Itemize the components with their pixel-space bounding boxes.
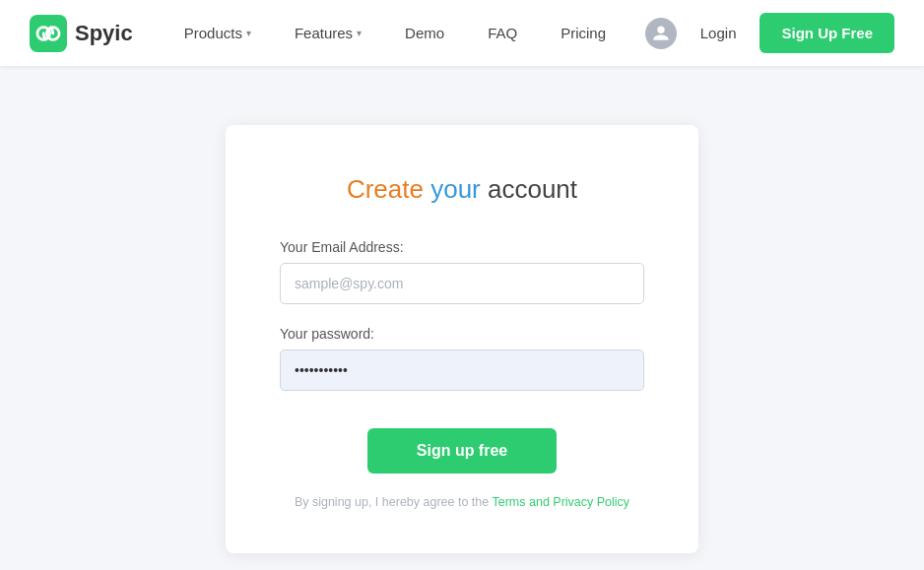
password-form-group: Your password: [280, 326, 644, 391]
email-input[interactable] [280, 263, 644, 304]
nav-products-label: Products [184, 25, 242, 41]
signup-submit-button[interactable]: Sign up free [367, 428, 557, 474]
brand-logo[interactable]: Spyic [30, 15, 133, 52]
nav-demo-label: Demo [405, 25, 444, 41]
card-title: Create your account [347, 174, 577, 205]
signup-nav-button[interactable]: Sign Up Free [759, 13, 894, 53]
nav-item-pricing[interactable]: Pricing [539, 0, 627, 66]
svg-rect-0 [30, 15, 67, 52]
email-label: Your Email Address: [280, 239, 644, 255]
terms-text-before: By signing up, I hereby agree to the [295, 495, 493, 509]
navbar: Spyic Products ▾ Features ▾ Demo FAQ Pri… [0, 0, 924, 66]
password-input[interactable] [280, 349, 644, 391]
products-chevron-icon: ▾ [246, 28, 251, 38]
nav-item-products[interactable]: Products ▾ [163, 0, 273, 66]
nav-faq-label: FAQ [488, 25, 517, 41]
user-avatar-icon [645, 18, 677, 49]
signup-form-card: Create your account Your Email Address: … [226, 125, 698, 553]
nav-features-label: Features [295, 25, 353, 41]
login-button[interactable]: Login [687, 17, 751, 49]
nav-item-faq[interactable]: FAQ [466, 0, 539, 66]
main-content: Create your account Your Email Address: … [0, 66, 924, 570]
password-label: Your password: [280, 326, 644, 342]
features-chevron-icon: ▾ [357, 28, 362, 38]
nav-right: Login Sign Up Free [645, 13, 894, 53]
nav-item-features[interactable]: Features ▾ [273, 0, 383, 66]
nav-links: Products ▾ Features ▾ Demo FAQ Pricing [163, 0, 645, 66]
terms-text: By signing up, I hereby agree to the Ter… [295, 495, 629, 509]
email-form-group: Your Email Address: [280, 239, 644, 304]
spyic-logo-icon [30, 15, 67, 52]
terms-link[interactable]: Terms and Privacy Policy [492, 495, 629, 509]
brand-name: Spyic [75, 21, 133, 46]
title-account: account [481, 174, 577, 204]
title-your: your [430, 174, 481, 204]
title-create: Create [347, 174, 430, 204]
nav-pricing-label: Pricing [561, 25, 606, 41]
nav-item-demo[interactable]: Demo [383, 0, 466, 66]
